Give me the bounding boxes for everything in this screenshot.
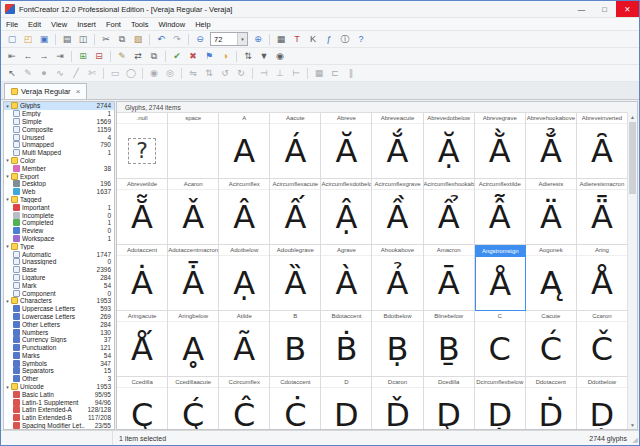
tree-item-component[interactable]: Component0: [4, 289, 114, 297]
next-glyph-icon[interactable]: →: [37, 49, 51, 63]
tree-item-numbers[interactable]: Numbers130: [4, 328, 114, 336]
maximize-button[interactable]: □: [593, 1, 616, 17]
glyph-cell-acircumflextilde[interactable]: AcircumflextildeẪ: [475, 179, 526, 245]
knife-tool-icon[interactable]: ✄: [85, 66, 99, 80]
tab-veraja-regular[interactable]: Veraja Regular ×: [4, 83, 87, 99]
glyph-cell-cdotaccent[interactable]: CdotaccentĊ: [270, 377, 321, 429]
tree-item-unmapped[interactable]: Unmapped790: [4, 141, 114, 149]
tree-item-type[interactable]: ▾Type: [4, 242, 114, 250]
tree-item-basic-latin[interactable]: Basic Latin95/95: [4, 390, 114, 398]
filter-icon[interactable]: ▼: [257, 49, 271, 63]
tree-item-simple[interactable]: Simple1569: [4, 118, 114, 126]
tree-item-export[interactable]: ▾Export: [4, 172, 114, 180]
glyph-cell-abreveinverted[interactable]: AbreveinvertedȂ: [577, 113, 628, 179]
tree-item-symbols[interactable]: Symbols347: [4, 359, 114, 367]
glyph-cell-dcaron[interactable]: DcaronĎ: [372, 377, 423, 429]
open-icon[interactable]: ◰: [21, 32, 35, 46]
edit-glyph-icon[interactable]: ✎: [115, 49, 129, 63]
tree-item-empty[interactable]: Empty1: [4, 110, 114, 118]
redo-icon[interactable]: ↷: [170, 32, 184, 46]
tree-item-punctuation[interactable]: Punctuation121: [4, 344, 114, 352]
print-icon[interactable]: ▤: [60, 32, 74, 46]
expand-arrow-icon[interactable]: ▾: [4, 103, 11, 109]
undo-icon[interactable]: ↶: [154, 32, 168, 46]
mark-complete-icon[interactable]: ✔: [170, 49, 184, 63]
duplicate-glyph-icon[interactable]: ⧉: [147, 49, 161, 63]
glyph-cell-acircumflexdotbelow[interactable]: AcircumflexdotbelowẬ: [321, 179, 372, 245]
glyph-cell-aogonek[interactable]: AogonekĄ: [526, 245, 577, 311]
tree-item-ligature[interactable]: Ligature284: [4, 274, 114, 282]
glyph-cell-atilde[interactable]: AtildeÃ: [219, 311, 270, 377]
tree-item-tagged[interactable]: ▾Tagged: [4, 196, 114, 204]
tree-item-important[interactable]: Important1: [4, 203, 114, 211]
last-glyph-icon[interactable]: ⇥: [53, 49, 67, 63]
point-tool-icon[interactable]: ●: [37, 66, 51, 80]
tree-item-completed[interactable]: Completed1: [4, 219, 114, 227]
transform-icon[interactable]: ⇄: [131, 49, 145, 63]
glyph-cell-ccedilla[interactable]: CcedillaÇ: [117, 377, 168, 429]
glyph-cell-acaron[interactable]: AcaronǍ: [168, 179, 219, 245]
glyph-cell-cacute[interactable]: CacuteĆ: [526, 311, 577, 377]
tree-item-multi-mapped[interactable]: Multi Mapped1: [4, 149, 114, 157]
tree-item-incomplete[interactable]: Incomplete0: [4, 211, 114, 219]
tree-item-separators[interactable]: Separators15: [4, 367, 114, 375]
tree-item-uppercase-letters[interactable]: Uppercase Letters593: [4, 305, 114, 313]
glyph-cell-adoublegrave[interactable]: AdoublegraveȀ: [270, 245, 321, 311]
guides-icon[interactable]: ∥: [344, 66, 358, 80]
zoom-out-icon[interactable]: ⊖: [193, 32, 207, 46]
glyph-cell-dcircumflexbelow[interactable]: DcircumflexbelowḒ: [475, 377, 526, 429]
expand-arrow-icon[interactable]: ▾: [4, 157, 11, 163]
tree-item-desktop[interactable]: Desktop196: [4, 180, 114, 188]
glyph-cell-ccedillaacute[interactable]: CcedillaacuteḈ: [168, 377, 219, 429]
curve-tool-icon[interactable]: ∿: [53, 66, 67, 80]
tree-item-glyphs[interactable]: ▾Glyphs2744: [4, 102, 114, 110]
glyph-cell-aringacute[interactable]: AringacuteǺ: [117, 311, 168, 377]
help-icon[interactable]: ?: [354, 32, 368, 46]
contour-tool-icon[interactable]: ✎: [21, 66, 35, 80]
sort-icon[interactable]: ⇅: [241, 49, 255, 63]
glyph-cell-abreve[interactable]: AbreveĂ: [321, 113, 372, 179]
glyph-cell-acircumflexhookabove[interactable]: AcircumflexhookaboveẨ: [424, 179, 475, 245]
expand-arrow-icon[interactable]: ▾: [4, 243, 11, 249]
glyph-cell-acircumflexacute[interactable]: AcircumflexacuteẤ: [270, 179, 321, 245]
glyph-cell-bdotbelow[interactable]: BdotbelowḄ: [372, 311, 423, 377]
union-icon[interactable]: ◉: [147, 66, 161, 80]
tag-glyph-icon[interactable]: ⚑: [202, 49, 216, 63]
tree-item-lowercase-letters[interactable]: Lowercase Letters269: [4, 313, 114, 321]
tree-item-latin-1-supplement[interactable]: Latin-1 Supplement94/96: [4, 398, 114, 406]
glyph-cell-aacute[interactable]: AacuteÁ: [270, 113, 321, 179]
tree-item-unicode[interactable]: ▾Unicode1953: [4, 383, 114, 391]
glyph-cell-angstromsign[interactable]: AngstromsignÅ: [475, 245, 526, 311]
tree-item-base[interactable]: Base2396: [4, 266, 114, 274]
tree-item-member[interactable]: Member38: [4, 164, 114, 172]
tree-item-mark[interactable]: Mark54: [4, 281, 114, 289]
tree-item-workspace[interactable]: Workspace1: [4, 235, 114, 243]
save-icon[interactable]: ▣: [37, 32, 51, 46]
line-tool-icon[interactable]: ╱: [69, 66, 83, 80]
test-font-icon[interactable]: T: [290, 32, 304, 46]
kerning-icon[interactable]: K: [306, 32, 320, 46]
ruler-icon[interactable]: ⊏: [328, 66, 342, 80]
glyph-cell-abreveacute[interactable]: AbreveacuteẮ: [372, 113, 423, 179]
expand-arrow-icon[interactable]: ▾: [4, 384, 11, 390]
glyph-cell-abrevetilde[interactable]: AbrevetildeẴ: [117, 179, 168, 245]
glyph-cell-aringbelow[interactable]: AringbelowḀ: [168, 311, 219, 377]
cut-icon[interactable]: ✂: [99, 32, 113, 46]
zoom-level-combo[interactable]: 72▾: [210, 32, 248, 46]
previous-glyph-icon[interactable]: ←: [21, 49, 35, 63]
menu-insert[interactable]: Insert: [72, 18, 101, 30]
flip-horizontal-icon[interactable]: ⇋: [186, 66, 200, 80]
menu-font[interactable]: Font: [101, 18, 126, 30]
menu-edit[interactable]: Edit: [23, 18, 46, 30]
find-glyph-icon[interactable]: ◉: [273, 49, 287, 63]
glyph-cell-aring[interactable]: AringÅ: [577, 245, 628, 311]
font-properties-icon[interactable]: ⓘ: [338, 32, 352, 46]
delete-glyph-icon[interactable]: ⊟: [92, 49, 106, 63]
glyph-cell-adotaccent[interactable]: AdotaccentȦ: [117, 245, 168, 311]
align-right-icon[interactable]: ⊢: [289, 66, 303, 80]
paste-icon[interactable]: ▧: [131, 32, 145, 46]
new-document-icon[interactable]: ▢: [5, 32, 19, 46]
tree-item-review[interactable]: Review0: [4, 227, 114, 235]
glyph-cell-bdotaccent[interactable]: BdotaccentḂ: [321, 311, 372, 377]
print-preview-icon[interactable]: ◫: [76, 32, 90, 46]
